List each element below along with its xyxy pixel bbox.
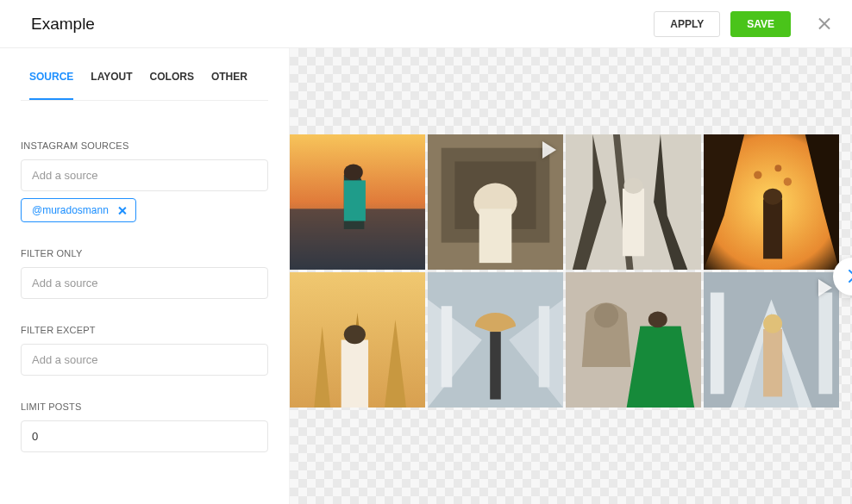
filter-only-input[interactable]: [21, 267, 268, 299]
video-icon: [542, 141, 556, 159]
thumb-image: [566, 134, 701, 270]
svg-rect-3: [344, 180, 366, 221]
filter-except-input[interactable]: [21, 344, 268, 376]
tab-colors[interactable]: COLORS: [150, 71, 194, 100]
svg-rect-22: [442, 306, 453, 387]
svg-point-17: [763, 189, 782, 205]
tab-source[interactable]: SOURCE: [29, 71, 73, 100]
svg-point-28: [648, 312, 667, 328]
close-icon[interactable]: [817, 16, 831, 31]
tabs: SOURCE LAYOUT COLORS OTHER: [21, 48, 268, 101]
body: SOURCE LAYOUT COLORS OTHER INSTAGRAM SOU…: [0, 48, 852, 504]
chip-remove-icon[interactable]: [117, 206, 127, 215]
thumb-image: [290, 272, 425, 408]
svg-point-33: [763, 314, 782, 333]
svg-rect-19: [341, 340, 368, 408]
field-label: FILTER EXCEPT: [21, 325, 268, 335]
svg-point-15: [784, 177, 792, 185]
svg-rect-10: [623, 189, 644, 256]
field-label: LIMIT POSTS: [21, 401, 268, 412]
preview-grid: [290, 134, 839, 408]
preview-thumb[interactable]: [290, 134, 425, 270]
svg-point-20: [344, 325, 366, 344]
thumb-image: [290, 134, 425, 270]
preview-thumb[interactable]: [428, 272, 563, 408]
preview-thumb[interactable]: [704, 134, 839, 270]
video-icon: [818, 279, 832, 296]
svg-point-13: [754, 171, 761, 178]
thumb-image: [566, 272, 701, 408]
svg-rect-8: [479, 208, 512, 263]
source-chip[interactable]: @muradosmann: [21, 198, 136, 222]
sources-input[interactable]: [21, 159, 268, 191]
preview-thumb[interactable]: [566, 134, 701, 270]
preview-thumb[interactable]: [566, 272, 701, 408]
field-label: FILTER ONLY: [21, 248, 268, 258]
source-chips: @muradosmann: [21, 198, 268, 222]
chevron-right-icon: [849, 270, 853, 283]
field-limit-posts: LIMIT POSTS: [21, 401, 268, 452]
field-filter-only: FILTER ONLY: [21, 248, 268, 299]
tab-layout[interactable]: LAYOUT: [91, 71, 132, 100]
svg-point-14: [774, 165, 781, 171]
svg-point-26: [594, 303, 618, 327]
header: Example APPLY SAVE: [0, 0, 852, 48]
page-title: Example: [31, 15, 95, 34]
field-filter-except: FILTER EXCEPT: [21, 325, 268, 376]
svg-rect-16: [763, 199, 782, 258]
svg-point-11: [624, 177, 643, 194]
save-button[interactable]: SAVE: [730, 11, 791, 37]
svg-rect-32: [763, 329, 782, 397]
apply-button[interactable]: APPLY: [654, 11, 720, 37]
svg-rect-24: [490, 332, 501, 400]
thumb-image: [704, 134, 839, 270]
preview-thumb[interactable]: [290, 272, 425, 408]
svg-rect-30: [711, 293, 724, 395]
tab-other[interactable]: OTHER: [211, 71, 247, 100]
limit-posts-input[interactable]: [21, 420, 268, 452]
field-instagram-sources: INSTAGRAM SOURCES @muradosmann: [21, 140, 268, 222]
preview-thumb[interactable]: [428, 134, 563, 270]
preview-area: [290, 48, 852, 504]
sidebar: SOURCE LAYOUT COLORS OTHER INSTAGRAM SOU…: [0, 48, 290, 504]
header-actions: APPLY SAVE: [654, 11, 831, 37]
svg-point-2: [344, 165, 363, 181]
chip-label: @muradosmann: [32, 204, 109, 216]
field-label: INSTAGRAM SOURCES: [21, 140, 268, 151]
svg-rect-31: [818, 293, 832, 395]
thumb-image: [428, 272, 563, 408]
preview-thumb[interactable]: [704, 272, 839, 408]
svg-rect-23: [539, 306, 550, 387]
